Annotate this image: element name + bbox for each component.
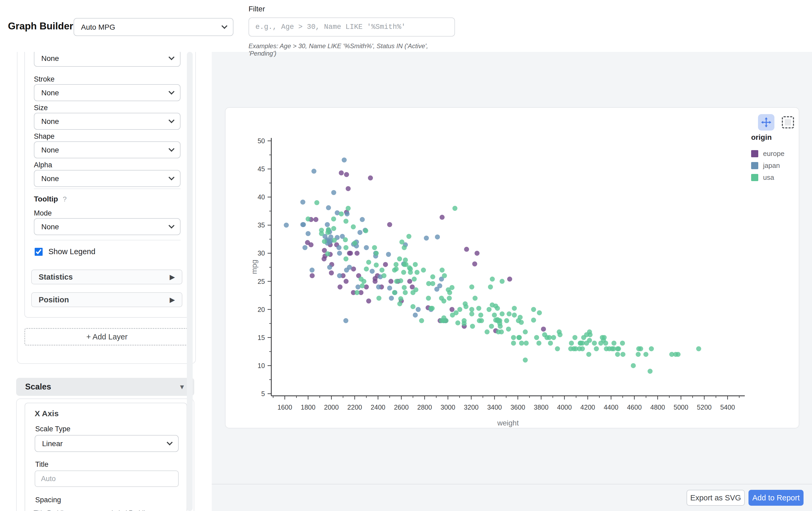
- scatter-point: [310, 273, 315, 278]
- scatter-point: [366, 299, 371, 304]
- legend-swatch: [751, 150, 758, 157]
- scatter-point: [487, 307, 492, 312]
- scatter-point: [507, 277, 512, 282]
- scatter-plot[interactable]: 1600180020002200240026002800300032003400…: [226, 108, 800, 430]
- svg-text:3000: 3000: [441, 403, 456, 411]
- scales-section-header[interactable]: Scales ▼: [16, 378, 194, 396]
- scatter-point: [569, 341, 574, 346]
- add-layer-button[interactable]: + Add Layer: [24, 328, 190, 345]
- size-select[interactable]: None: [34, 113, 180, 130]
- alpha-select[interactable]: None: [34, 170, 180, 187]
- scatter-point: [547, 335, 552, 340]
- svg-text:4400: 4400: [604, 403, 618, 411]
- scatter-point: [368, 175, 373, 180]
- scatter-point: [394, 262, 399, 267]
- scatter-point: [376, 284, 381, 289]
- scatter-point: [518, 315, 523, 320]
- scatter-point: [426, 296, 431, 301]
- legend-item-usa[interactable]: usa: [751, 173, 784, 181]
- scatter-point: [398, 278, 403, 283]
- scatter-point: [313, 217, 318, 222]
- scatter-point: [386, 252, 391, 257]
- show-legend-checkbox[interactable]: [35, 248, 42, 256]
- main-pane: 1600180020002200240026002800300032003400…: [212, 52, 812, 511]
- scatter-point: [454, 310, 459, 315]
- scatter-point: [376, 296, 381, 301]
- scatter-point: [620, 341, 625, 346]
- scatter-point: [519, 341, 524, 346]
- dataset-select[interactable]: Auto MPG: [74, 18, 233, 36]
- scatter-point: [347, 265, 352, 270]
- tooltip-mode-select[interactable]: None: [34, 218, 180, 235]
- scatter-point: [329, 270, 334, 275]
- scatter-point: [435, 234, 440, 239]
- scatter-point: [383, 262, 388, 267]
- fill-select[interactable]: None: [34, 52, 180, 67]
- scatter-point: [523, 358, 528, 363]
- svg-text:35: 35: [258, 221, 265, 229]
- scatter-point: [548, 341, 553, 346]
- stroke-select[interactable]: None: [34, 84, 180, 101]
- legend-swatch: [751, 162, 758, 169]
- box-select-tool-button[interactable]: [782, 116, 794, 129]
- scatter-point: [360, 283, 365, 288]
- sidebar-scrollbar[interactable]: [187, 52, 193, 511]
- scatter-point: [312, 169, 317, 174]
- scale-type-select[interactable]: Linear: [35, 435, 179, 452]
- scatter-point: [414, 270, 419, 275]
- scatter-point: [490, 302, 495, 307]
- scatter-point: [381, 273, 386, 278]
- legend-item-japan[interactable]: japan: [751, 162, 784, 170]
- scatter-point: [331, 217, 336, 222]
- scatter-point: [346, 186, 351, 191]
- position-section-header[interactable]: Position ▶: [31, 292, 182, 307]
- scatter-point: [541, 327, 546, 332]
- axis-title-input[interactable]: [35, 471, 179, 487]
- add-to-report-button[interactable]: Add to Report: [749, 490, 804, 506]
- scatter-point: [387, 222, 392, 227]
- scatter-point: [531, 318, 536, 323]
- statistics-section-header[interactable]: Statistics ▶: [31, 269, 182, 284]
- scatter-point: [344, 219, 349, 224]
- scatter-point: [500, 311, 505, 316]
- scatter-point: [331, 190, 336, 195]
- scatter-point: [426, 281, 431, 286]
- scatter-point: [406, 234, 411, 239]
- scatter-point: [441, 299, 446, 304]
- scatter-point: [403, 262, 408, 267]
- svg-text:5000: 5000: [674, 403, 688, 411]
- scatter-point: [344, 256, 349, 261]
- pan-tool-button[interactable]: [758, 114, 775, 131]
- export-svg-button[interactable]: Export as SVG: [687, 490, 745, 506]
- scatter-point: [499, 330, 504, 334]
- legend-swatch: [751, 174, 758, 181]
- scatter-point: [352, 241, 357, 246]
- scatter-point: [388, 279, 394, 284]
- filter-group: Filter Examples: Age > 30, Name LIKE '%S…: [249, 5, 455, 57]
- legend-item-europe[interactable]: europe: [751, 150, 784, 158]
- scatter-point: [504, 318, 509, 323]
- x-axis-title: X Axis: [35, 409, 59, 418]
- scatter-point: [430, 306, 435, 311]
- scatter-point: [392, 290, 397, 295]
- scatter-point: [489, 324, 494, 329]
- scatter-point: [537, 310, 542, 315]
- scatter-point: [536, 341, 542, 346]
- scatter-point: [643, 352, 648, 357]
- scatter-point: [392, 268, 397, 273]
- show-legend-label: Show Legend: [49, 247, 95, 256]
- svg-text:weight: weight: [497, 419, 519, 427]
- svg-text:4600: 4600: [627, 403, 642, 411]
- scatter-point: [344, 245, 349, 250]
- scatter-point: [407, 279, 412, 284]
- shape-select[interactable]: None: [34, 141, 180, 158]
- scatter-point: [398, 296, 403, 301]
- scatter-point: [455, 320, 460, 325]
- scatter-point: [413, 262, 418, 267]
- scatter-point: [419, 318, 424, 323]
- tooltip-mode-select-wrap: None: [34, 218, 180, 235]
- filter-input[interactable]: [249, 18, 455, 36]
- scatter-point: [332, 238, 337, 243]
- scatter-point: [359, 277, 364, 282]
- scatter-point: [511, 341, 516, 346]
